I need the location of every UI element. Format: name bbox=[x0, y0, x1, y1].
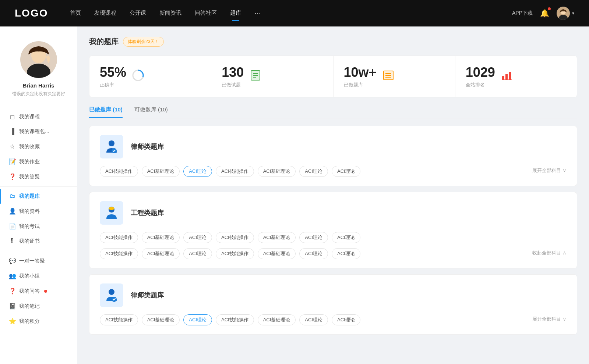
tag-1r2-1[interactable]: ACI基础理论 bbox=[142, 248, 180, 259]
user-avatar bbox=[557, 7, 570, 20]
sidebar-item-profile[interactable]: 👤 我的资料 bbox=[0, 204, 77, 219]
collapse-link-2[interactable]: 收起全部科目 ∧ bbox=[532, 250, 567, 256]
tag-2-0[interactable]: ACI技能操作 bbox=[100, 314, 138, 325]
tag-1r2-2[interactable]: ACI理论 bbox=[183, 248, 212, 259]
lawyer-bank-name-2: 律师类题库 bbox=[131, 291, 164, 300]
done-label: 已做试题 bbox=[222, 82, 244, 88]
tag-1r2-3[interactable]: ACI技能操作 bbox=[216, 248, 254, 259]
bank-card-header-3: 律师类题库 bbox=[100, 283, 567, 307]
tag-2-5[interactable]: ACI理论 bbox=[299, 314, 328, 325]
sidebar-item-my-courses[interactable]: ◻ 我的课程 bbox=[0, 109, 77, 124]
tag-1r2-6[interactable]: ACI理论 bbox=[332, 248, 360, 259]
chart-icon bbox=[501, 69, 513, 84]
certificate-icon: 🎖 bbox=[9, 238, 15, 245]
tags-row-2b: ACI技能操作 ACI基础理论 ACI理论 ACI技能操作 ACI基础理论 AC… bbox=[100, 247, 567, 259]
tag-2-6[interactable]: ACI理论 bbox=[332, 314, 360, 325]
tag-0-6[interactable]: ACI理论 bbox=[332, 166, 360, 177]
profile-avatar[interactable] bbox=[20, 41, 57, 78]
sidebar-item-my-questions[interactable]: ❓ 我的问答 bbox=[0, 283, 77, 299]
lawyer-bank-icon-1 bbox=[100, 135, 123, 158]
rank-value: 1029 bbox=[466, 65, 495, 80]
chevron-down-icon: ▾ bbox=[572, 11, 574, 16]
sidebar-item-homework[interactable]: 📝 我的作业 bbox=[0, 154, 77, 169]
sidebar-item-group[interactable]: 👥 我的小组 bbox=[0, 268, 77, 283]
exam-icon: 📄 bbox=[9, 223, 15, 230]
tag-0-3[interactable]: ACI技能操作 bbox=[216, 166, 254, 177]
page-header: 我的题库 体验剩余23天！ bbox=[89, 37, 577, 47]
bank-card-header-1: 律师类题库 bbox=[100, 135, 567, 158]
sidebar-item-exam[interactable]: 📄 我的考试 bbox=[0, 219, 77, 234]
nav-home[interactable]: 首页 bbox=[70, 8, 81, 19]
tag-1-5[interactable]: ACI理论 bbox=[299, 232, 328, 243]
tabs-bar: 已做题库 (10) 可做题库 (10) bbox=[89, 106, 577, 118]
nav-more[interactable]: ··· bbox=[254, 8, 260, 19]
tag-0-0[interactable]: ACI技能操作 bbox=[100, 166, 138, 177]
profile-name: Brian Harris bbox=[6, 82, 71, 89]
bank-card-lawyer-2: 律师类题库 ACI技能操作 ACI基础理论 ACI理论 ACI技能操作 ACI基… bbox=[89, 274, 577, 335]
accuracy-label: 正确率 bbox=[100, 82, 126, 88]
list-icon bbox=[382, 69, 394, 84]
banks-label: 已做题库 bbox=[344, 82, 377, 88]
sidebar-item-qa[interactable]: ❓ 我的答疑 bbox=[0, 169, 77, 184]
tag-0-2[interactable]: ACI理论 bbox=[183, 166, 212, 177]
tag-1-2[interactable]: ACI理论 bbox=[183, 232, 212, 243]
points-icon: ⭐ bbox=[9, 318, 15, 325]
notification-bell[interactable]: 🔔 bbox=[540, 9, 549, 18]
sidebar-item-course-packages[interactable]: ▐ 我的课程包... bbox=[0, 124, 77, 139]
tag-0-4[interactable]: ACI基础理论 bbox=[258, 166, 296, 177]
tags-container-1: ACI技能操作 ACI基础理论 ACI理论 ACI技能操作 ACI基础理论 AC… bbox=[100, 166, 360, 177]
star-icon: ☆ bbox=[9, 143, 15, 150]
accuracy-value: 55% bbox=[100, 65, 126, 80]
tag-2-3[interactable]: ACI技能操作 bbox=[216, 314, 254, 325]
tag-1r2-5[interactable]: ACI理论 bbox=[299, 248, 328, 259]
nav-question-bank[interactable]: 题库 bbox=[230, 8, 241, 19]
profile-icon: 👤 bbox=[9, 208, 15, 215]
tag-2-4[interactable]: ACI基础理论 bbox=[258, 314, 296, 325]
stat-done-info: 130 已做试题 bbox=[222, 65, 244, 88]
header: LOGO 首页 发现课程 公开课 新闻资讯 问答社区 题库 ··· APP下载 … bbox=[0, 0, 589, 26]
expand-link-1[interactable]: 展开全部科目 ∨ bbox=[532, 167, 567, 174]
nav-discover[interactable]: 发现课程 bbox=[94, 8, 116, 19]
sidebar-item-notes[interactable]: 📓 我的笔记 bbox=[0, 299, 77, 314]
user-avatar-menu[interactable]: ▾ bbox=[557, 7, 574, 20]
sidebar-item-favorites[interactable]: ☆ 我的收藏 bbox=[0, 139, 77, 154]
page-title: 我的题库 bbox=[89, 37, 119, 47]
app-download-button[interactable]: APP下载 bbox=[512, 10, 533, 17]
sidebar-item-question-bank[interactable]: 🗂 我的题库 bbox=[0, 189, 77, 204]
tag-0-1[interactable]: ACI基础理论 bbox=[142, 166, 180, 177]
tag-0-5[interactable]: ACI理论 bbox=[299, 166, 328, 177]
tag-1r2-0[interactable]: ACI技能操作 bbox=[100, 248, 138, 259]
profile-motto: 错误的决定比没有决定要好 bbox=[6, 91, 71, 97]
logo[interactable]: LOGO bbox=[15, 7, 48, 19]
tag-1-1[interactable]: ACI基础理论 bbox=[142, 232, 180, 243]
tags-container-2a: ACI技能操作 ACI基础理论 ACI理论 ACI技能操作 ACI基础理论 AC… bbox=[100, 232, 360, 243]
nav-open-course[interactable]: 公开课 bbox=[130, 8, 146, 19]
tag-2-2[interactable]: ACI理论 bbox=[183, 314, 212, 325]
tag-1-4[interactable]: ACI基础理论 bbox=[258, 232, 296, 243]
bank-card-header-2: 工程类题库 bbox=[100, 201, 567, 225]
notification-badge bbox=[548, 7, 551, 10]
nav-news[interactable]: 新闻资讯 bbox=[159, 8, 181, 19]
sidebar-item-points[interactable]: ⭐ 我的积分 bbox=[0, 314, 77, 329]
group-icon: 👥 bbox=[9, 272, 15, 279]
tab-done-banks[interactable]: 已做题库 (10) bbox=[89, 106, 123, 118]
expand-link-3[interactable]: 展开全部科目 ∨ bbox=[532, 316, 567, 322]
homework-icon: 📝 bbox=[9, 158, 15, 165]
tags-container-3: ACI技能操作 ACI基础理论 ACI理论 ACI技能操作 ACI基础理论 AC… bbox=[100, 314, 360, 325]
banks-value: 10w+ bbox=[344, 65, 377, 80]
tag-1-0[interactable]: ACI技能操作 bbox=[100, 232, 138, 243]
tab-available-banks[interactable]: 可做题库 (10) bbox=[134, 106, 168, 118]
stat-banks-info: 10w+ 已做题库 bbox=[344, 65, 377, 88]
stat-done-banks: 10w+ 已做题库 bbox=[334, 56, 455, 97]
tag-1r2-4[interactable]: ACI基础理论 bbox=[258, 248, 296, 259]
tag-1-3[interactable]: ACI技能操作 bbox=[216, 232, 254, 243]
tag-1-6[interactable]: ACI理论 bbox=[332, 232, 360, 243]
nav-qa[interactable]: 问答社区 bbox=[195, 8, 217, 19]
tag-2-1[interactable]: ACI基础理论 bbox=[142, 314, 180, 325]
sidebar-item-certificate[interactable]: 🎖 我的证书 bbox=[0, 234, 77, 249]
lawyer-bank-name-1: 律师类题库 bbox=[131, 142, 164, 151]
qa-icon: ❓ bbox=[9, 173, 15, 180]
sidebar-item-tutoring[interactable]: 💬 一对一答疑 bbox=[0, 253, 77, 268]
doc-icon bbox=[250, 69, 261, 84]
question-icon: ❓ bbox=[9, 288, 15, 295]
